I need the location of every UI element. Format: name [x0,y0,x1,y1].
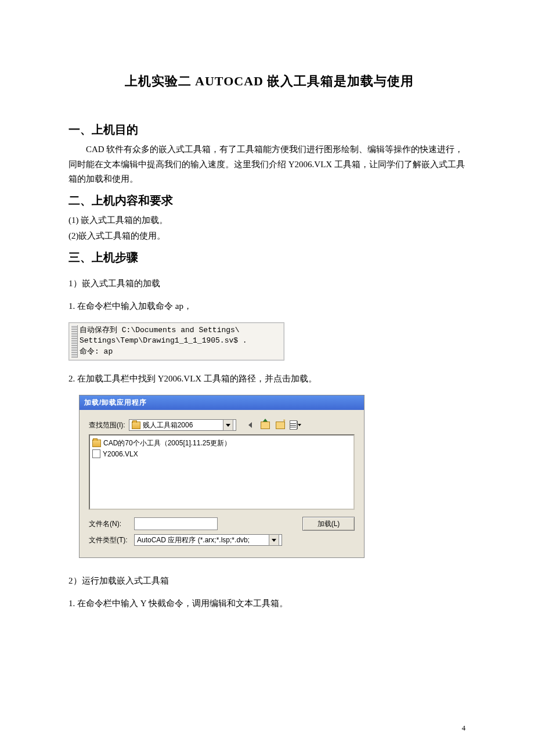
step-2-1: 1. 在命令栏中输入 Y 快截命令，调用编辑和文本工具箱。 [68,598,470,609]
views-dropdown[interactable] [297,421,301,429]
up-folder-icon [261,422,270,429]
views-button[interactable] [290,420,301,430]
document-page: 上机实验二 AUTOCAD 嵌入工具箱是加载与使用 一、上机目的 CAD 软件有… [0,0,534,756]
document-title: 上机实验二 AUTOCAD 嵌入工具箱是加载与使用 [68,73,470,90]
file-icon [92,449,100,458]
lookin-combo[interactable]: 贱人工具箱2006 [129,419,236,431]
section-1-heading: 一、上机目的 [68,122,470,138]
section-3-heading: 三、上机步骤 [68,250,470,265]
dialog-titlebar: 加载/卸载应用程序 [80,395,364,410]
step-1-title: 1）嵌入式工具箱的加载 [68,278,470,289]
filetype-row: 文件类型(T): AutoCAD 应用程序 (*.arx;*.lsp;*.dvb… [89,534,355,546]
step-1-1: 1. 在命令栏中输入加载命令 ap， [68,301,470,312]
filetype-value: AutoCAD 应用程序 (*.arx;*.lsp;*.dvb; [137,535,266,545]
filename-input[interactable] [134,517,218,530]
chevron-down-icon [272,539,276,542]
command-line-screenshot: 自动保存到 C:\Documents and Settings\ Setting… [68,322,284,361]
back-button[interactable] [244,420,256,430]
file-list-item[interactable]: CAD的70个小工具（2005[1].11.25更新） [92,438,351,449]
step-1-2: 2. 在加载工具栏中找到 Y2006.VLX 工具箱的路径，并点击加载。 [68,373,470,384]
lookin-selection: 贱人工具箱2006 [132,420,221,430]
file-item-1-label: CAD的70个小工具（2005[1].11.25更新） [103,438,231,448]
section-2-heading: 二、上机内容和要求 [68,193,470,208]
new-folder-button[interactable] [275,420,286,430]
folder-icon [92,440,101,447]
filetype-dropdown-button[interactable] [269,534,279,546]
views-icon [290,420,297,430]
load-unload-dialog: 加载/卸载应用程序 查找范围(I): 贱人工具箱2006 [79,395,365,558]
filename-row: 文件名(N): 加载(L) [89,517,355,531]
chevron-down-icon [298,424,301,426]
step-2-title: 2）运行加载嵌入式工具箱 [68,575,470,586]
section-2-item-2: (2)嵌入式工具箱的使用。 [68,229,470,244]
lookin-dropdown-button[interactable] [223,419,233,431]
chevron-down-icon [226,424,230,427]
up-one-level-button[interactable] [259,420,271,430]
dialog-body: 查找范围(I): 贱人工具箱2006 [80,410,364,557]
arrow-left-icon [248,422,252,428]
section-1-paragraph: CAD 软件有众多的嵌入式工具箱，有了工具箱能方便我们进行图形绘制、编辑等操作的… [68,142,470,187]
file-list-item[interactable]: Y2006.VLX [92,449,351,459]
cmd-line-3: 命令: ap [80,347,282,358]
file-item-2-label: Y2006.VLX [103,450,138,458]
filetype-combo[interactable]: AutoCAD 应用程序 (*.arx;*.lsp;*.dvb; [134,534,282,546]
cmd-line-2: Settings\Temp\Drawing1_1_1_1905.sv$ . [80,336,282,347]
page-number: 4 [462,723,466,733]
folder-nav-icons [244,420,301,430]
cmd-line-1: 自动保存到 C:\Documents and Settings\ [80,325,282,336]
new-folder-icon [276,422,285,429]
lookin-value: 贱人工具箱2006 [143,420,193,430]
filename-label: 文件名(N): [89,519,131,529]
folder-icon [132,422,140,429]
lookin-row: 查找范围(I): 贱人工具箱2006 [89,419,355,431]
load-button[interactable]: 加载(L) [302,517,355,531]
filetype-label: 文件类型(T): [89,535,131,545]
lookin-label: 查找范围(I): [89,420,125,430]
file-list[interactable]: CAD的70个小工具（2005[1].11.25更新） Y2006.VLX [89,434,355,510]
section-2-item-1: (1) 嵌入式工具箱的加载。 [68,213,470,228]
